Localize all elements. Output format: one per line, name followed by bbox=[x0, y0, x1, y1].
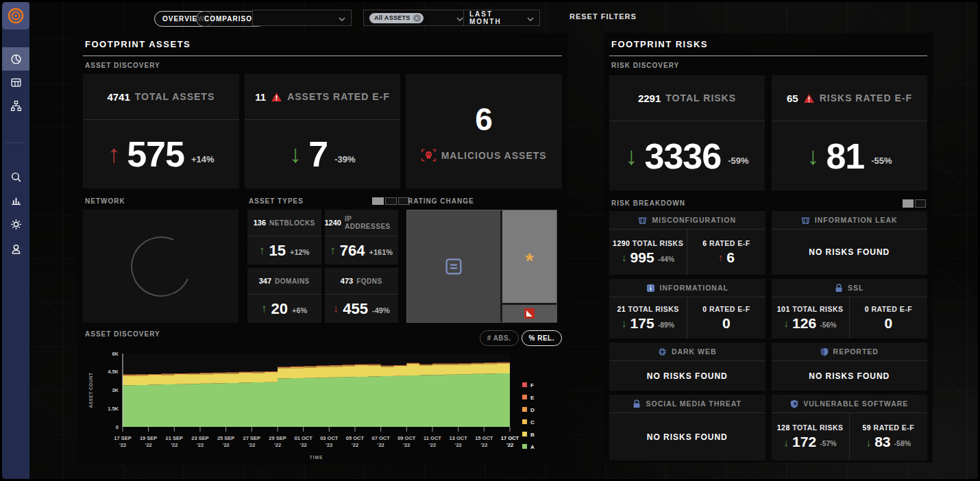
toggle-segment[interactable] bbox=[372, 197, 384, 205]
risks-rated-ef-trend: ↓ 81 -55% bbox=[772, 121, 927, 190]
risk-category-body: 1290 TOTAL RISKS ↓ 995 -44% 6 RATED E-F … bbox=[609, 230, 765, 275]
lock-icon bbox=[835, 284, 843, 293]
toggle-segment[interactable] bbox=[915, 199, 926, 208]
asset-type-header: 136 NETBLOCKS bbox=[247, 210, 321, 236]
asset-type-trend: ↑ 764 +161% bbox=[325, 236, 399, 264]
risk-stat-header: 0 RATED E-F bbox=[702, 305, 750, 313]
period-select[interactable]: LAST MONTH bbox=[463, 10, 540, 26]
risks-panel-header: FOOTPRINT RISKS bbox=[609, 33, 927, 56]
orange-rings-logo-icon bbox=[7, 7, 25, 25]
asset-types-view-toggle[interactable] bbox=[372, 197, 410, 205]
svg-text:15 OCT'22: 15 OCT'22 bbox=[475, 435, 493, 448]
asset-filter-select[interactable]: All ASSETS × bbox=[363, 10, 469, 26]
treemap-new-block[interactable]: * bbox=[502, 210, 556, 303]
total-risks-pct: -59% bbox=[728, 156, 748, 166]
total-assets-card: 4741 TOTAL ASSETS ↑ 575 +14% bbox=[83, 74, 239, 188]
org-network-icon bbox=[10, 100, 22, 112]
risk-stat-value: ↓ 175 -89% bbox=[622, 315, 674, 332]
risk-breakdown-label: RISK BREAKDOWN bbox=[611, 199, 685, 207]
assets-rated-ef-pct: -39% bbox=[334, 154, 355, 164]
risk-category-header: DARK WEB bbox=[609, 343, 765, 361]
risk-stat-cell: 21 TOTAL RISKS ↓ 175 -89% bbox=[609, 297, 687, 338]
app-logo[interactable] bbox=[2, 2, 29, 29]
sidebar-item-data-table[interactable] bbox=[2, 71, 29, 94]
toggle-segment[interactable] bbox=[903, 199, 914, 208]
risk-category-card[interactable]: SOCIAL MEDIA THREAT NO RISKS FOUND bbox=[609, 395, 765, 460]
sidebar-item-dashboard[interactable] bbox=[2, 47, 29, 71]
risk-category-title: SSL bbox=[848, 284, 863, 292]
risk-category-card[interactable]: REPORTED NO RISKS FOUND bbox=[772, 343, 928, 391]
down-arrow-icon: ↓ bbox=[289, 142, 302, 166]
risk-category-title: REPORTED bbox=[833, 347, 879, 356]
sidebar-item-search[interactable] bbox=[2, 165, 29, 188]
asset-type-label: FQDNS bbox=[356, 278, 382, 285]
asset-type-card[interactable]: 347 DOMAINS ↑ 20 +6% bbox=[247, 268, 321, 323]
asset-type-card[interactable]: 136 NETBLOCKS ↑ 15 +12% bbox=[247, 210, 321, 264]
svg-text:4.5K: 4.5K bbox=[108, 369, 119, 375]
risk-stat-number: 6 bbox=[726, 249, 735, 266]
svg-text:1.5K: 1.5K bbox=[108, 406, 119, 412]
risks-rated-ef-label: RISKS RATED E-F bbox=[820, 92, 912, 103]
risk-stat-value: 0 bbox=[885, 315, 893, 332]
svg-text:A: A bbox=[530, 444, 535, 450]
sidebar-item-user[interactable] bbox=[2, 237, 29, 260]
risk-stat-number: 126 bbox=[792, 315, 816, 332]
svg-text:3K: 3K bbox=[112, 387, 119, 393]
risk-category-header: INFORMATIONAL bbox=[609, 279, 765, 297]
risk-category-body: NO RISKS FOUND bbox=[772, 230, 928, 275]
risk-stat-pct: -44% bbox=[658, 255, 675, 263]
svg-text:0: 0 bbox=[116, 424, 119, 430]
risk-category-card[interactable]: DARK WEB NO RISKS FOUND bbox=[609, 343, 765, 391]
risk-category-card[interactable]: INFORMATIONAL 21 TOTAL RISKS ↓ 175 -89% … bbox=[609, 279, 765, 338]
total-risks-card: 2291 TOTAL RISKS ↓ 3336 -59% bbox=[609, 75, 765, 190]
risk-category-card[interactable]: VULNERABLE SOFTWARE 128 TOTAL RISKS ↓ 17… bbox=[772, 395, 928, 460]
treemap-changed-block[interactable] bbox=[502, 305, 556, 322]
svg-text:23 SEP'22: 23 SEP'22 bbox=[191, 435, 208, 448]
risk-category-card[interactable]: INFORMATION LEAK NO RISKS FOUND bbox=[772, 211, 928, 275]
risk-stat-pct: -89% bbox=[658, 321, 675, 329]
total-assets-header: 4741 TOTAL ASSETS bbox=[83, 74, 239, 120]
risk-category-card[interactable]: MISCONFIGURATION 1290 TOTAL RISKS ↓ 995 … bbox=[609, 211, 765, 275]
chevron-down-icon bbox=[456, 12, 463, 24]
up-arrow-icon: ↑ bbox=[259, 245, 265, 256]
no-risks-found-label: NO RISKS FOUND bbox=[609, 413, 765, 460]
absolute-mode-button[interactable]: # ABS. bbox=[480, 330, 519, 346]
asset-type-delta: 15 bbox=[269, 242, 286, 260]
svg-text:03 OCT'22: 03 OCT'22 bbox=[320, 435, 339, 448]
asset-type-card[interactable]: 1240 IP ADDRESSES ↑ 764 +161% bbox=[325, 210, 399, 264]
svg-text:09 OCT'22: 09 OCT'22 bbox=[397, 435, 416, 448]
risk-category-body: 128 TOTAL RISKS ↓ 172 -57% 59 RATED E-F … bbox=[772, 413, 928, 460]
up-arrow-icon: ↑ bbox=[261, 303, 267, 314]
risk-breakdown-view-toggle[interactable] bbox=[903, 199, 926, 208]
sidebar-item-network-map[interactable] bbox=[2, 94, 29, 117]
risk-category-card[interactable]: SSL 101 TOTAL RISKS ↓ 126 -56% 0 RATED E… bbox=[772, 279, 928, 338]
sidebar-item-settings[interactable] bbox=[2, 212, 29, 236]
lock-icon bbox=[633, 399, 641, 408]
assets-rated-ef-label: ASSETS RATED E-F bbox=[287, 91, 390, 102]
skull-icon bbox=[421, 149, 436, 162]
risk-stat-number: 175 bbox=[630, 315, 654, 332]
asset-type-card[interactable]: 473 FQDNS ↓ 455 -49% bbox=[325, 268, 399, 323]
svg-text:TIME: TIME bbox=[310, 455, 323, 460]
risk-stat-header: 1290 TOTAL RISKS bbox=[613, 239, 683, 247]
search-icon bbox=[10, 171, 22, 183]
chip-remove-icon[interactable]: × bbox=[413, 14, 421, 22]
asset-type-delta: 764 bbox=[340, 242, 365, 260]
svg-text:C: C bbox=[530, 419, 535, 426]
toggle-segment[interactable] bbox=[385, 197, 397, 205]
malicious-assets-label: MALICIOUS ASSETS bbox=[441, 150, 547, 161]
asset-type-header: 473 FQDNS bbox=[325, 268, 399, 295]
risk-stat-value: 0 bbox=[722, 315, 731, 332]
treemap-no-change-block[interactable] bbox=[407, 210, 500, 322]
relative-mode-button[interactable]: % REL. bbox=[522, 330, 562, 346]
risk-stat-header: 6 RATED E-F bbox=[702, 239, 750, 247]
down-arrow-icon: ↓ bbox=[622, 318, 627, 328]
company-select[interactable] bbox=[252, 10, 352, 26]
sidebar-item-analytics[interactable] bbox=[2, 188, 29, 212]
svg-text:6K: 6K bbox=[112, 351, 119, 357]
rating-change-label: RATING CHANGE bbox=[408, 197, 474, 205]
risks-rated-ef-delta: 81 bbox=[826, 136, 864, 177]
svg-text:01 OCT'22: 01 OCT'22 bbox=[295, 435, 313, 448]
reset-filters-button[interactable]: RESET FILTERS bbox=[569, 12, 637, 21]
risk-discovery-label: RISK DISCOVERY bbox=[611, 62, 679, 69]
